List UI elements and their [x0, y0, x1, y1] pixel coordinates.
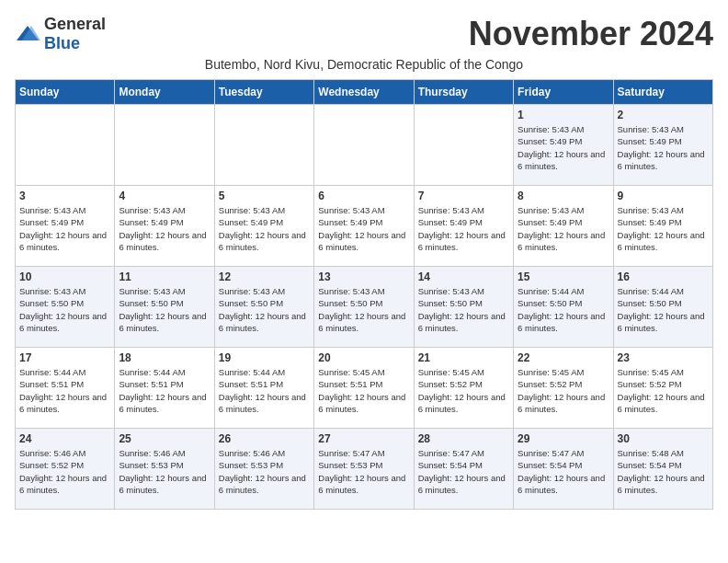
- day-info-text: Sunrise: 5:43 AM Sunset: 5:50 PM Dayligh…: [318, 285, 409, 334]
- day-number: 7: [418, 190, 509, 202]
- calendar-cell: 19Sunrise: 5:44 AM Sunset: 5:51 PM Dayli…: [214, 348, 313, 429]
- day-number: 30: [618, 432, 709, 445]
- day-info-text: Sunrise: 5:45 AM Sunset: 5:52 PM Dayligh…: [518, 366, 609, 415]
- day-number: 18: [119, 351, 210, 364]
- day-info-text: Sunrise: 5:48 AM Sunset: 5:54 PM Dayligh…: [618, 447, 709, 496]
- day-of-week-header: Monday: [115, 80, 214, 105]
- calendar-cell: 4Sunrise: 5:43 AM Sunset: 5:49 PM Daylig…: [115, 186, 214, 267]
- calendar-cell: 22Sunrise: 5:45 AM Sunset: 5:52 PM Dayli…: [514, 348, 613, 429]
- logo-general: General: [44, 15, 106, 33]
- calendar-cell: 17Sunrise: 5:44 AM Sunset: 5:51 PM Dayli…: [16, 348, 115, 429]
- day-number: 29: [518, 432, 609, 445]
- day-number: 26: [219, 432, 310, 445]
- calendar-cell: 14Sunrise: 5:43 AM Sunset: 5:50 PM Dayli…: [414, 267, 513, 348]
- calendar-cell: 1Sunrise: 5:43 AM Sunset: 5:49 PM Daylig…: [514, 105, 613, 186]
- day-number: 19: [219, 351, 310, 364]
- day-info-text: Sunrise: 5:47 AM Sunset: 5:54 PM Dayligh…: [518, 447, 609, 496]
- day-info-text: Sunrise: 5:46 AM Sunset: 5:53 PM Dayligh…: [119, 447, 210, 496]
- day-info-text: Sunrise: 5:43 AM Sunset: 5:50 PM Dayligh…: [219, 285, 310, 334]
- day-info-text: Sunrise: 5:43 AM Sunset: 5:49 PM Dayligh…: [618, 204, 709, 253]
- day-number: 15: [518, 270, 609, 283]
- day-info-text: Sunrise: 5:44 AM Sunset: 5:51 PM Dayligh…: [19, 366, 110, 415]
- day-info-text: Sunrise: 5:44 AM Sunset: 5:51 PM Dayligh…: [219, 366, 310, 415]
- calendar-cell: 9Sunrise: 5:43 AM Sunset: 5:49 PM Daylig…: [613, 186, 712, 267]
- calendar-cell: 11Sunrise: 5:43 AM Sunset: 5:50 PM Dayli…: [115, 267, 214, 348]
- calendar-cell: 16Sunrise: 5:44 AM Sunset: 5:50 PM Dayli…: [613, 267, 712, 348]
- day-number: 9: [618, 190, 709, 202]
- day-number: 13: [318, 270, 409, 283]
- calendar-cell: 5Sunrise: 5:43 AM Sunset: 5:49 PM Daylig…: [214, 186, 313, 267]
- calendar-table: SundayMondayTuesdayWednesdayThursdayFrid…: [15, 79, 713, 510]
- calendar-cell: 13Sunrise: 5:43 AM Sunset: 5:50 PM Dayli…: [314, 267, 414, 348]
- day-number: 16: [618, 270, 709, 283]
- calendar-cell: 3Sunrise: 5:43 AM Sunset: 5:49 PM Daylig…: [16, 186, 115, 267]
- calendar-cell: 23Sunrise: 5:45 AM Sunset: 5:52 PM Dayli…: [613, 348, 712, 429]
- day-info-text: Sunrise: 5:45 AM Sunset: 5:51 PM Dayligh…: [318, 366, 409, 415]
- calendar-cell: [214, 105, 313, 186]
- day-number: 24: [19, 432, 110, 445]
- day-number: 6: [318, 190, 409, 202]
- day-info-text: Sunrise: 5:44 AM Sunset: 5:50 PM Dayligh…: [518, 285, 609, 334]
- calendar-cell: [115, 105, 214, 186]
- calendar-cell: 26Sunrise: 5:46 AM Sunset: 5:53 PM Dayli…: [214, 429, 313, 510]
- calendar-week-row: 1Sunrise: 5:43 AM Sunset: 5:49 PM Daylig…: [16, 105, 713, 186]
- day-info-text: Sunrise: 5:44 AM Sunset: 5:51 PM Dayligh…: [119, 366, 210, 415]
- day-number: 28: [418, 432, 509, 445]
- day-info-text: Sunrise: 5:45 AM Sunset: 5:52 PM Dayligh…: [418, 366, 509, 415]
- day-number: 12: [219, 270, 310, 283]
- calendar-cell: 20Sunrise: 5:45 AM Sunset: 5:51 PM Dayli…: [314, 348, 414, 429]
- calendar-cell: [16, 105, 115, 186]
- day-info-text: Sunrise: 5:43 AM Sunset: 5:49 PM Dayligh…: [418, 204, 509, 253]
- day-number: 25: [119, 432, 210, 445]
- day-number: 27: [318, 432, 409, 445]
- calendar-cell: 21Sunrise: 5:45 AM Sunset: 5:52 PM Dayli…: [414, 348, 513, 429]
- calendar-week-row: 3Sunrise: 5:43 AM Sunset: 5:49 PM Daylig…: [16, 186, 713, 267]
- logo-text: General Blue: [44, 15, 106, 53]
- calendar-cell: 12Sunrise: 5:43 AM Sunset: 5:50 PM Dayli…: [214, 267, 313, 348]
- day-number: 3: [19, 190, 110, 202]
- day-info-text: Sunrise: 5:47 AM Sunset: 5:54 PM Dayligh…: [418, 447, 509, 496]
- day-info-text: Sunrise: 5:46 AM Sunset: 5:53 PM Dayligh…: [219, 447, 310, 496]
- day-info-text: Sunrise: 5:43 AM Sunset: 5:49 PM Dayligh…: [318, 204, 409, 253]
- day-number: 17: [19, 351, 110, 364]
- day-info-text: Sunrise: 5:43 AM Sunset: 5:49 PM Dayligh…: [19, 204, 110, 253]
- day-info-text: Sunrise: 5:47 AM Sunset: 5:53 PM Dayligh…: [318, 447, 409, 496]
- day-info-text: Sunrise: 5:45 AM Sunset: 5:52 PM Dayligh…: [618, 366, 709, 415]
- logo-blue: Blue: [44, 34, 80, 52]
- calendar-week-row: 10Sunrise: 5:43 AM Sunset: 5:50 PM Dayli…: [16, 267, 713, 348]
- day-of-week-header: Wednesday: [314, 80, 414, 105]
- generalblue-logo-icon: [15, 24, 40, 44]
- calendar-cell: 24Sunrise: 5:46 AM Sunset: 5:52 PM Dayli…: [16, 429, 115, 510]
- calendar-cell: [414, 105, 513, 186]
- calendar-cell: [314, 105, 414, 186]
- day-number: 22: [518, 351, 609, 364]
- day-number: 21: [418, 351, 509, 364]
- calendar-header-row: SundayMondayTuesdayWednesdayThursdayFrid…: [16, 80, 713, 105]
- calendar-cell: 27Sunrise: 5:47 AM Sunset: 5:53 PM Dayli…: [314, 429, 414, 510]
- day-info-text: Sunrise: 5:43 AM Sunset: 5:50 PM Dayligh…: [418, 285, 509, 334]
- calendar-cell: 18Sunrise: 5:44 AM Sunset: 5:51 PM Dayli…: [115, 348, 214, 429]
- day-of-week-header: Saturday: [613, 80, 712, 105]
- day-number: 8: [518, 190, 609, 202]
- day-of-week-header: Sunday: [16, 80, 115, 105]
- calendar-cell: 6Sunrise: 5:43 AM Sunset: 5:49 PM Daylig…: [314, 186, 414, 267]
- calendar-cell: 10Sunrise: 5:43 AM Sunset: 5:50 PM Dayli…: [16, 267, 115, 348]
- calendar-cell: 7Sunrise: 5:43 AM Sunset: 5:49 PM Daylig…: [414, 186, 513, 267]
- day-number: 11: [119, 270, 210, 283]
- day-info-text: Sunrise: 5:43 AM Sunset: 5:49 PM Dayligh…: [119, 204, 210, 253]
- subtitle: Butembo, Nord Kivu, Democratic Republic …: [15, 57, 713, 72]
- day-info-text: Sunrise: 5:43 AM Sunset: 5:50 PM Dayligh…: [19, 285, 110, 334]
- logo: General Blue: [15, 15, 106, 53]
- day-number: 1: [518, 109, 609, 121]
- day-number: 20: [318, 351, 409, 364]
- day-number: 2: [618, 109, 709, 121]
- day-info-text: Sunrise: 5:43 AM Sunset: 5:49 PM Dayligh…: [518, 204, 609, 253]
- calendar-cell: 8Sunrise: 5:43 AM Sunset: 5:49 PM Daylig…: [514, 186, 613, 267]
- day-number: 14: [418, 270, 509, 283]
- day-number: 4: [119, 190, 210, 202]
- calendar-cell: 15Sunrise: 5:44 AM Sunset: 5:50 PM Dayli…: [514, 267, 613, 348]
- day-info-text: Sunrise: 5:43 AM Sunset: 5:49 PM Dayligh…: [219, 204, 310, 253]
- day-info-text: Sunrise: 5:43 AM Sunset: 5:50 PM Dayligh…: [119, 285, 210, 334]
- day-info-text: Sunrise: 5:44 AM Sunset: 5:50 PM Dayligh…: [618, 285, 709, 334]
- day-of-week-header: Friday: [514, 80, 613, 105]
